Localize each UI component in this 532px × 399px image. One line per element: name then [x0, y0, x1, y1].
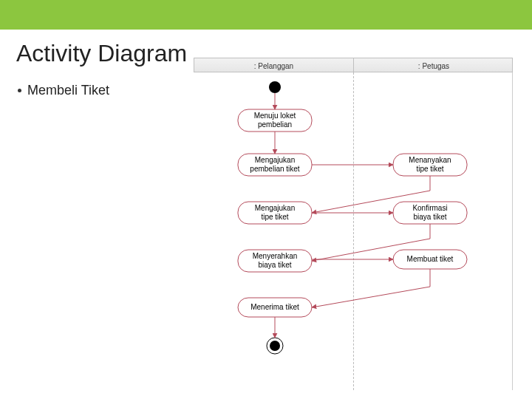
- slide: Activity Diagram Membeli Tiket : Pelangg…: [0, 0, 532, 399]
- activity-label: Mengajukan: [255, 204, 295, 212]
- activity-label: Konfirmasi: [412, 204, 447, 212]
- activity-label: pembelian: [258, 120, 292, 129]
- activity-label: tipe tiket: [261, 213, 288, 221]
- bullet-item: Membeli Tiket: [18, 83, 109, 98]
- bullet-text: Membeli Tiket: [27, 83, 109, 98]
- bullet-dot: [18, 89, 21, 92]
- flow-a7-a8: [312, 269, 430, 307]
- activity-label: biaya tiket: [258, 261, 291, 269]
- start-node: [269, 81, 281, 93]
- activity-label: Membuat tiket: [407, 255, 454, 263]
- activity-label: tipe tiket: [416, 165, 443, 173]
- swimlane-pelanggan: : Pelanggan: [194, 58, 354, 73]
- swimlane-header: : Pelanggan : Petugas: [194, 58, 513, 72]
- swimlane-petugas: : Petugas: [354, 58, 514, 73]
- activity-diagram-svg: Menuju loket pembelian Mengajukan pembel…: [194, 72, 513, 390]
- activity-label: Menuju loket: [254, 112, 296, 120]
- activity-label: Menyerahkan: [253, 252, 298, 260]
- diagram-panel: : Pelanggan : Petugas Menuju loket pembe…: [194, 58, 513, 390]
- activity-label: Menerima tiket: [250, 303, 299, 311]
- activity-label: Mengajukan: [255, 156, 295, 164]
- end-node: [267, 338, 283, 354]
- page-title: Activity Diagram: [16, 40, 187, 67]
- svg-point-1: [270, 341, 280, 351]
- activity-label: pembelian tiket: [250, 165, 299, 173]
- activity-label: biaya tiket: [413, 213, 446, 221]
- activity-label: Menanyakan: [409, 156, 451, 164]
- accent-bar: [0, 0, 532, 30]
